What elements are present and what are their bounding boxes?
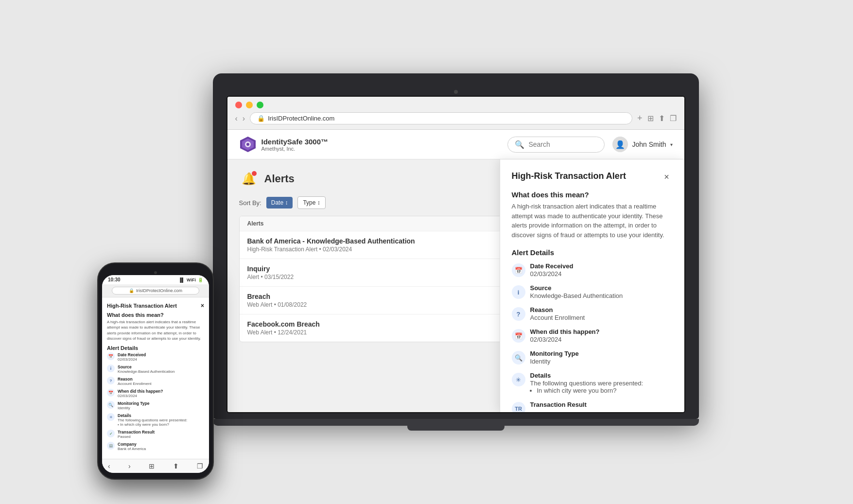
lock-icon: 🔒: [257, 115, 265, 122]
alerts-title: Alerts: [264, 173, 295, 185]
phone-detail-row: 📅 When did this happen?02/03/2024: [107, 389, 204, 398]
phone-address-bar[interactable]: 🔒 IrisIDProtectOnline.com: [112, 287, 199, 295]
detail-panel: High-Risk Transaction Alert × What does …: [500, 159, 684, 412]
logo-icon: [239, 136, 257, 153]
signal-icon: ▐▌: [178, 278, 185, 282]
user-name: John Smith: [632, 140, 666, 148]
panel-details-title: Alert Details: [512, 248, 673, 257]
laptop-screen: ‹ › 🔒 IrisIDProtectOnline.com + ⊞ ⬆ ❐: [226, 96, 685, 413]
phone-description: A high-risk transaction alert indicates …: [107, 319, 204, 341]
phone-search-icon: 🔍: [107, 401, 115, 409]
search-input[interactable]: [528, 140, 597, 148]
laptop-stand: [407, 426, 505, 431]
detail-row-reason: ? Reason Account Enrollment: [512, 306, 673, 321]
phone-detail-row: 🏢 CompanyBank of America: [107, 442, 204, 451]
phone-detail-row: ✓ Transaction ResultPassed: [107, 430, 204, 439]
chevron-down-icon: ▾: [670, 142, 673, 147]
phone-bottom-nav: ‹ › ⊞ ⬆ ❐: [102, 459, 209, 473]
browser-chrome: ‹ › 🔒 IrisIDProtectOnline.com + ⊞ ⬆ ❐: [227, 97, 684, 130]
phone-panel-title: High-Risk Transaction Alert ×: [107, 302, 204, 309]
logo: IdentitySafe 3000™ Amethyst, Inc.: [239, 136, 329, 153]
search-bar[interactable]: 🔍: [507, 137, 605, 153]
detail-label: Details: [530, 372, 644, 379]
phone-detail-row: ? ReasonAccount Enrollment: [107, 377, 204, 386]
browser-action-share[interactable]: ⬆: [659, 114, 665, 123]
close-traffic-btn[interactable]: [235, 102, 242, 108]
phone-calendar-icon: 📅: [107, 389, 115, 397]
forward-button[interactable]: ›: [243, 114, 245, 123]
search-icon: 🔍: [512, 351, 525, 365]
detail-row-transaction-result: TR Transaction Result: [512, 401, 673, 412]
browser-action-copy[interactable]: ❐: [670, 114, 677, 123]
asterisk-icon: ✳: [512, 373, 525, 386]
panel-title: High-Risk Transaction Alert: [512, 171, 626, 181]
phone-content: High-Risk Transaction Alert × What does …: [102, 297, 209, 459]
detail-row-monitoring: 🔍 Monitoring Type Identity: [512, 350, 673, 365]
laptop-base: [213, 419, 699, 426]
detail-label: Monitoring Type: [530, 350, 579, 357]
phone-time: 10:30: [108, 277, 121, 282]
sort-type-button[interactable]: Type ↕: [297, 196, 325, 209]
logo-text: IdentitySafe 3000™ Amethyst, Inc.: [261, 138, 329, 152]
back-button[interactable]: ‹: [235, 114, 238, 123]
address-bar[interactable]: 🔒 IrisIDProtectOnline.com: [250, 112, 632, 124]
transaction-result-label: TR: [512, 402, 525, 412]
battery-icon: 🔋: [198, 278, 203, 282]
phone-bookmarks-button[interactable]: ❐: [197, 462, 203, 470]
calendar-icon: 📅: [512, 329, 525, 343]
phone-check-icon: ✓: [107, 430, 115, 437]
app-content: 🔔 Alerts Sort By: Date ↕ Type ↕ Alerts: [227, 159, 684, 412]
avatar: 👤: [612, 137, 628, 152]
laptop: ‹ › 🔒 IrisIDProtectOnline.com + ⊞ ⬆ ❐: [213, 73, 699, 431]
bell-icon-container: 🔔: [239, 169, 259, 189]
sort-by-label: Sort By:: [239, 199, 261, 207]
detail-value: 02/03/2024: [530, 336, 600, 343]
phone-camera: [154, 271, 157, 274]
bell-notification-dot: [252, 171, 257, 176]
search-icon: 🔍: [515, 140, 524, 149]
phone-forward-button[interactable]: ›: [128, 462, 131, 470]
phone-asterisk-icon: ✳: [107, 413, 115, 421]
detail-value: The following questions were presented: …: [530, 380, 644, 394]
detail-label: When did this happen?: [530, 328, 600, 335]
new-tab-button[interactable]: +: [637, 113, 643, 123]
minimize-traffic-btn[interactable]: [246, 102, 253, 108]
detail-label: Transaction Result: [530, 401, 587, 408]
phone-details-label: Alert Details: [107, 345, 204, 351]
phone-what-label: What does this mean?: [107, 312, 204, 318]
phone-close-btn[interactable]: ×: [201, 302, 204, 309]
app-header: IdentitySafe 3000™ Amethyst, Inc. 🔍 👤 Jo…: [227, 130, 684, 159]
detail-label: Source: [530, 284, 623, 292]
phone-question-icon: ?: [107, 377, 115, 384]
url-text: IrisIDProtectOnline.com: [268, 115, 334, 122]
panel-description: A high-risk transaction alert indicates …: [512, 202, 673, 240]
sort-date-button[interactable]: Date ↕: [266, 197, 293, 209]
question-icon: ?: [512, 307, 525, 321]
detail-label: Reason: [530, 306, 585, 313]
maximize-traffic-btn[interactable]: [257, 102, 263, 108]
phone-tabs-button[interactable]: ⊞: [149, 462, 155, 470]
detail-label: Date Received: [530, 262, 574, 270]
user-menu[interactable]: 👤 John Smith ▾: [612, 137, 672, 152]
phone-lock-icon: 🔒: [129, 288, 134, 293]
phone-detail-row: 📅 Date Received02/03/2024: [107, 352, 204, 362]
detail-row-date: 📅 Date Received 02/03/2024: [512, 262, 673, 278]
info-icon: i: [512, 285, 525, 299]
detail-value: Account Enrollment: [530, 314, 585, 321]
phone-status-bar: 10:30 ▐▌ WiFi 🔋: [102, 275, 209, 284]
detail-value: 02/03/2024: [530, 270, 574, 278]
phone: 10:30 ▐▌ WiFi 🔋 🔒 IrisIDProtectOnline.co…: [97, 262, 214, 480]
phone-browser-bar: 🔒 IrisIDProtectOnline.com: [102, 284, 209, 297]
browser-action-tabs[interactable]: ⊞: [647, 114, 654, 123]
detail-row-when: 📅 When did this happen? 02/03/2024: [512, 328, 673, 343]
close-panel-button[interactable]: ×: [661, 171, 673, 183]
detail-row-source: i Source Knowledge-Based Authentication: [512, 284, 673, 299]
wifi-icon: WiFi: [187, 278, 196, 282]
svg-point-3: [246, 143, 249, 146]
phone-url: IrisIDProtectOnline.com: [136, 288, 182, 293]
phone-back-button[interactable]: ‹: [108, 462, 110, 470]
detail-value: Identity: [530, 358, 579, 365]
phone-detail-row: 🔍 Monitoring TypeIdentity: [107, 401, 204, 410]
panel-header: High-Risk Transaction Alert ×: [512, 171, 673, 183]
phone-share-button[interactable]: ⬆: [173, 462, 179, 470]
